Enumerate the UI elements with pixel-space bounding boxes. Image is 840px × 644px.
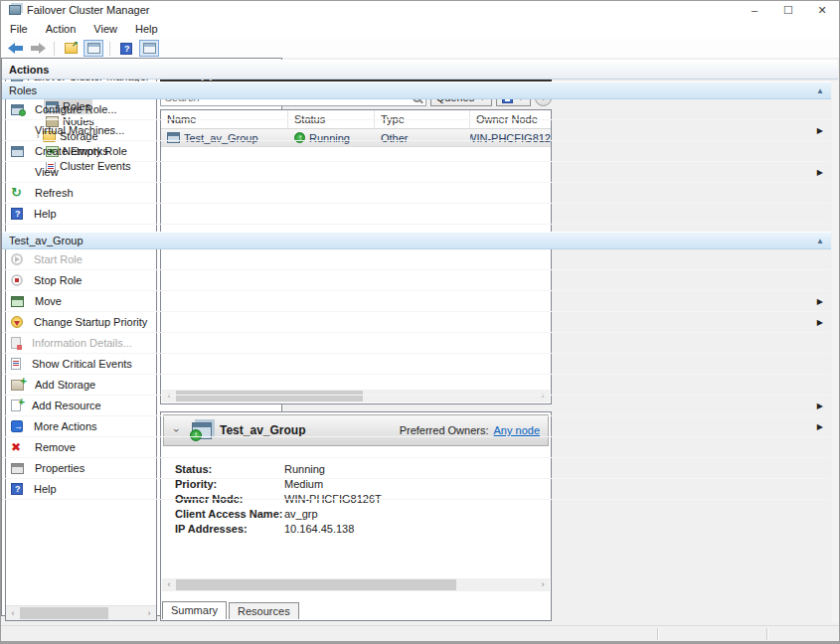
forward-button[interactable] [28,40,48,57]
tab-summary[interactable]: Summary [162,601,227,619]
actions-scrollbar-track[interactable] [832,81,838,623]
scrollbar-track[interactable] [20,606,142,620]
action-properties[interactable]: Properties [2,458,831,479]
scroll-left-icon[interactable]: ‹ [162,578,176,591]
scroll-left-icon[interactable]: ‹ [6,607,20,620]
action-refresh[interactable]: Refresh [2,183,831,204]
back-icon [8,43,23,54]
minimize-button[interactable]: – [738,1,771,19]
action-information-details[interactable]: Information Details... [2,333,831,354]
actions-pane-title: Actions [2,60,838,80]
action-label: Help [34,208,57,220]
critical-events-icon [11,358,21,370]
action-move[interactable]: Move ▶ [2,291,831,312]
submenu-arrow-icon: ▶ [817,168,823,177]
tab-resources[interactable]: Resources [229,602,299,619]
submenu-arrow-icon: ▶ [817,422,823,431]
status-bar [1,625,839,642]
action-label: Change Startup Priority [34,316,147,328]
menu-file[interactable]: File [1,19,37,39]
maximize-button[interactable]: ☐ [771,1,805,19]
action-virtual-machines[interactable]: Virtual Machines... ▶ [2,120,831,141]
statusbar-separator [766,628,767,640]
toolbar-separator [54,42,55,56]
toolbar [1,39,839,59]
console-tree-button[interactable] [61,40,81,57]
properties-icon [11,463,24,474]
refresh-icon [11,188,24,199]
submenu-arrow-icon: ▶ [817,297,823,306]
action-label: Help [34,483,57,495]
action-change-startup-priority[interactable]: Change Startup Priority ▶ [2,312,831,333]
window-pane-icon [87,43,100,54]
back-button[interactable] [5,40,25,57]
action-label: Properties [35,462,84,474]
action-pane-button[interactable] [139,40,159,57]
action-more-actions[interactable]: More Actions ▶ [2,416,831,437]
main-area: Failover Cluster Manager › MS-SQL-FAILOV… [1,58,839,625]
move-icon [11,296,24,307]
collapse-arrow-icon[interactable]: ▲ [816,86,824,95]
collapse-arrow-icon[interactable]: ▲ [816,237,824,245]
menu-action[interactable]: Action [37,19,85,39]
scroll-right-icon[interactable]: › [142,607,156,620]
window-title: Failover Cluster Manager [27,4,150,16]
detail-field-ip-addresses: IP Addresses: 10.164.45.138 [175,522,541,537]
action-create-empty-role[interactable]: Create Empty Role [2,141,831,162]
toolbar-help-button[interactable] [116,40,136,57]
field-value: 10.164.45.138 [284,522,354,537]
tree-horizontal-scrollbar[interactable]: ‹ › [6,605,156,620]
action-configure-role[interactable]: Configure Role... [2,99,831,120]
action-label: Add Resource [32,400,101,411]
section-header-roles[interactable]: Roles ▲ [2,81,831,99]
action-add-resource[interactable]: Add Resource ▶ [2,396,831,416]
title-bar: Failover Cluster Manager – ☐ ✕ [1,1,839,19]
submenu-arrow-icon: ▶ [817,402,823,410]
section-title: Test_av_Group [9,235,84,246]
action-start-role[interactable]: Start Role [2,249,831,270]
action-label: Move [35,295,62,307]
action-stop-role[interactable]: Stop Role [2,270,831,291]
configure-role-icon [11,104,24,115]
help-icon [120,43,132,55]
scrollbar-thumb[interactable] [20,607,108,619]
action-show-critical-events[interactable]: Show Critical Events [2,354,831,375]
menu-help[interactable]: Help [126,19,167,39]
action-help-group[interactable]: Help [2,479,831,500]
forward-icon [31,43,46,54]
action-label: Information Details... [32,337,132,349]
toolbar-separator [109,42,110,56]
priority-icon [11,316,23,328]
details-tabs: Summary Resources [162,602,301,619]
details-horizontal-scrollbar[interactable]: ‹ › [162,578,550,591]
menu-view[interactable]: View [84,19,126,39]
app-window: Failover Cluster Manager – ☐ ✕ File Acti… [0,0,840,644]
action-label: More Actions [34,420,97,432]
scroll-right-icon[interactable]: › [536,578,550,591]
action-label: View [35,166,59,178]
scrollbar-thumb[interactable] [176,579,456,590]
submenu-arrow-icon: ▶ [817,126,823,135]
action-label: Configure Role... [35,103,117,115]
show-hide-button[interactable] [84,40,103,57]
section-title: Roles [9,84,37,96]
create-empty-role-icon [11,146,24,157]
action-remove[interactable]: Remove [2,437,831,458]
start-role-icon [11,253,23,265]
action-label: Create Empty Role [35,145,127,157]
field-label: IP Addresses: [175,522,284,537]
action-help[interactable]: Help [2,204,831,225]
action-add-storage[interactable]: Add Storage [2,375,831,396]
detail-field-client-access-name: Client Access Name: av_grp [175,507,541,522]
action-label: Stop Role [34,274,82,286]
close-button[interactable]: ✕ [805,1,839,19]
action-view[interactable]: View ▶ [2,162,831,183]
section-header-test-av-group[interactable]: Test_av_Group ▲ [2,232,831,249]
action-label: Refresh [35,187,74,199]
app-icon [9,5,21,15]
field-value: av_grp [284,507,318,522]
information-details-icon [11,337,21,349]
scrollbar-track[interactable] [176,578,536,591]
window-pane-icon [143,43,156,54]
stop-role-icon [11,274,23,286]
